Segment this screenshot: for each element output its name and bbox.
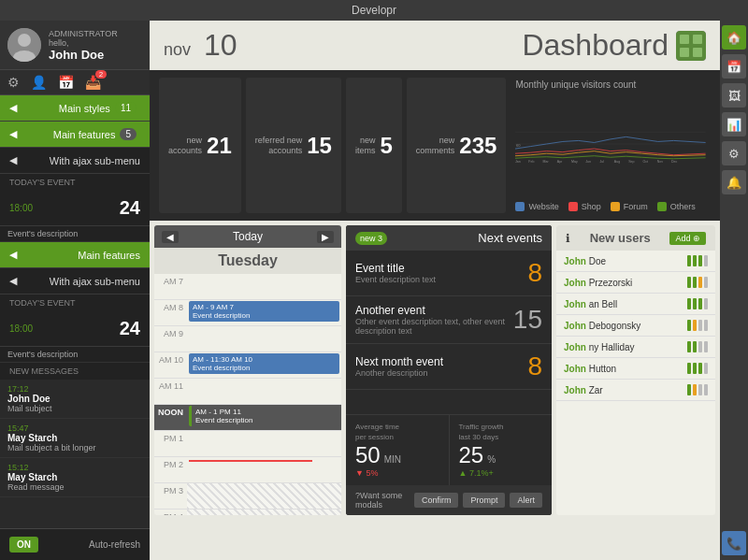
info-icon: ℹ bbox=[566, 232, 570, 245]
cal-next-button[interactable]: ▶ bbox=[317, 231, 334, 243]
user-bar bbox=[698, 341, 702, 352]
cal-event-am10[interactable]: AM - 11:30 AM 10Event description bbox=[189, 353, 339, 374]
user-bar bbox=[687, 255, 691, 266]
notification-icon[interactable]: 📥2 bbox=[85, 75, 101, 90]
event-title-1: Another event bbox=[355, 304, 513, 317]
cal-area-pm2 bbox=[187, 457, 341, 482]
prompt-button[interactable]: Prompt bbox=[463, 493, 505, 508]
stat-new-comments: newcomments 235 bbox=[407, 78, 507, 213]
stat-value-1: 15 bbox=[307, 133, 332, 159]
msg-time-2: 15:12 bbox=[7, 463, 142, 472]
user-bar bbox=[698, 277, 702, 288]
legend-dot-website bbox=[515, 202, 525, 211]
sidebar: ADMINISTRATOR hello, John Doe ⚙ 👤 📅 📥2 ◀… bbox=[0, 21, 150, 560]
sidebar-item-main-styles[interactable]: ◀ Main styles 11 bbox=[0, 95, 150, 122]
cal-prev-button[interactable]: ◀ bbox=[162, 231, 179, 243]
user-row-1[interactable]: John Przezorski bbox=[556, 272, 715, 294]
toggle-on-button[interactable]: ON bbox=[9, 537, 38, 553]
stat-new-items: newitems 5 bbox=[346, 78, 402, 213]
stat-mini-unit-0: MIN bbox=[384, 454, 401, 465]
rs-icon-image[interactable]: 🖼 bbox=[722, 83, 746, 108]
user-icon[interactable]: 👤 bbox=[31, 75, 47, 90]
confirm-button[interactable]: Confirm bbox=[414, 493, 459, 508]
user-role: ADMINISTRATOR bbox=[49, 29, 142, 38]
rs-icon-notification[interactable]: 🔔 bbox=[722, 170, 746, 194]
user-bars-6 bbox=[687, 384, 708, 395]
message-item-1[interactable]: 15:47 May Starch Mail subject a bit long… bbox=[0, 419, 150, 458]
cal-event-noon[interactable]: AM - 1 PM 11Event description bbox=[189, 406, 339, 426]
cal-today-label[interactable]: Today bbox=[233, 230, 263, 243]
user-name-2: John an Bell bbox=[564, 299, 683, 309]
svg-text:Apr: Apr bbox=[557, 160, 563, 164]
sidebar-item-ajax[interactable]: ◀ With ajax sub-menu bbox=[0, 148, 150, 174]
stat-label-3: newcomments bbox=[416, 136, 455, 156]
rs-icon-phone[interactable]: 📞 bbox=[722, 531, 746, 555]
stats-row: newaccounts 21 referred newaccounts 15 n… bbox=[150, 70, 720, 221]
calendar-icon[interactable]: 📅 bbox=[58, 75, 74, 90]
date-display: nov 10 bbox=[164, 28, 237, 63]
cal-time-am11: AM 11 bbox=[154, 379, 187, 404]
event-count: 24 bbox=[120, 197, 140, 219]
message-item-0[interactable]: 17:12 John Doe Mail subject bbox=[0, 380, 150, 419]
svg-text:Jan: Jan bbox=[515, 160, 521, 164]
sidebar-event-item: 18:00 24 bbox=[0, 191, 150, 226]
calendar-day-title: Tuesday bbox=[154, 248, 341, 274]
event-title-2: Next month event bbox=[355, 355, 443, 368]
user-name-0: John Doe bbox=[564, 256, 683, 266]
user-bar bbox=[698, 384, 702, 395]
cal-area-pm4 bbox=[187, 510, 341, 515]
events-panel: new 3 Next events Event title Event desc… bbox=[346, 225, 552, 515]
event-num-0: 8 bbox=[527, 258, 542, 288]
cal-area-pm1 bbox=[187, 431, 341, 456]
rs-icon-chart[interactable]: 📊 bbox=[722, 112, 746, 136]
add-user-button[interactable]: Add ⊕ bbox=[669, 232, 706, 245]
user-bar bbox=[704, 320, 708, 331]
svg-text:Jun: Jun bbox=[586, 160, 592, 164]
user-row-5[interactable]: John Hutton bbox=[556, 358, 715, 380]
settings-icon[interactable]: ⚙ bbox=[7, 75, 20, 90]
msg-name-2: May Starch bbox=[7, 472, 142, 482]
stat-value-0: 21 bbox=[207, 133, 232, 159]
stat-value-3: 235 bbox=[459, 133, 496, 159]
sidebar-count-1: 5 bbox=[120, 128, 137, 140]
user-bar bbox=[698, 363, 702, 374]
alert-button[interactable]: Alert bbox=[510, 493, 542, 508]
stat-mini-1: Traffic growthlast 30 days 25 % ▲ 7.1%+ bbox=[450, 415, 553, 485]
stat-mini-value-row-1: 25 % bbox=[459, 442, 543, 468]
cal-time-am7: AM 7 bbox=[154, 274, 187, 299]
user-row-3[interactable]: John Debogonsky bbox=[556, 315, 715, 337]
cal-slot-am11: AM 11 bbox=[154, 379, 341, 405]
message-item-2[interactable]: 15:12 May Starch Read message bbox=[0, 458, 150, 497]
date-month: nov bbox=[164, 40, 191, 59]
sidebar-count-0: 11 bbox=[115, 102, 137, 114]
sidebar-item-main-features-2[interactable]: ◀ Main features bbox=[0, 242, 150, 268]
sidebar-item-main-features[interactable]: ◀ Main features 5 bbox=[0, 122, 150, 148]
event-item-2[interactable]: Next month event Another description 8 bbox=[346, 344, 552, 390]
new-events-badge: new 3 bbox=[355, 232, 387, 245]
stat-mini-change-0: ▼ 5% bbox=[355, 468, 439, 478]
rs-icon-calendar[interactable]: 📅 bbox=[722, 54, 746, 79]
titlebar: Developr bbox=[0, 0, 748, 21]
user-row-6[interactable]: John Zar bbox=[556, 380, 715, 401]
svg-rect-7 bbox=[693, 48, 702, 57]
sidebar-section-today2: Today's event bbox=[0, 294, 150, 311]
user-name-6: John Zar bbox=[564, 385, 683, 395]
auto-refresh-toggle-row: ON Auto-refresh bbox=[0, 528, 150, 560]
cal-time-pm1: PM 1 bbox=[154, 431, 187, 456]
rs-icon-home[interactable]: 🏠 bbox=[722, 25, 746, 50]
event-stats-bottom: Average timeper session 50 MIN ▼ 5% Traf… bbox=[346, 414, 552, 485]
rs-icon-settings[interactable]: ⚙ bbox=[722, 141, 746, 165]
cal-area-pm3 bbox=[187, 483, 341, 509]
user-row-4[interactable]: John ny Halliday bbox=[556, 337, 715, 358]
svg-point-1 bbox=[18, 34, 31, 47]
user-row-0[interactable]: John Doe bbox=[556, 251, 715, 272]
event-item-1[interactable]: Another event Other event description te… bbox=[346, 296, 552, 344]
user-row-2[interactable]: John an Bell bbox=[556, 294, 715, 315]
user-name-5: John Hutton bbox=[564, 364, 683, 374]
user-bars-1 bbox=[687, 277, 708, 288]
legend-others: Others bbox=[657, 202, 696, 211]
event-item-0[interactable]: Event title Event description text 8 bbox=[346, 251, 552, 296]
sidebar-item-ajax-2[interactable]: ◀ With ajax sub-menu bbox=[0, 268, 150, 294]
sidebar-label-main-styles: Main styles bbox=[17, 103, 110, 114]
cal-event-am8[interactable]: AM - 9 AM 7Event description bbox=[189, 301, 339, 322]
